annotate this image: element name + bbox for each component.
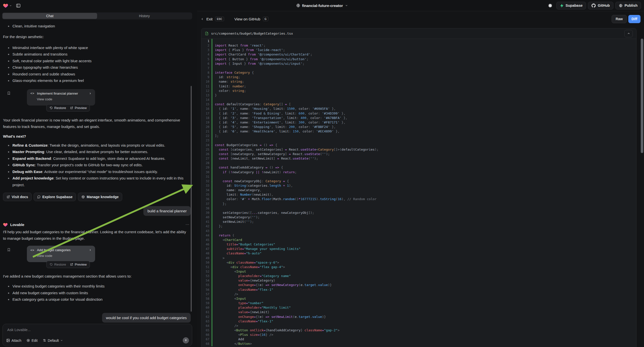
code-line: 59 type="number" bbox=[202, 301, 636, 306]
sidebar-toggle-button[interactable] bbox=[14, 2, 22, 9]
line-number: 37 bbox=[202, 202, 210, 206]
diff-toggle-button[interactable]: Diff bbox=[628, 15, 640, 23]
code-line: 40 setNewCategory(''); bbox=[202, 215, 636, 220]
collapse-file-button[interactable] bbox=[624, 30, 633, 37]
fold-caret-icon[interactable]: ⌄ bbox=[211, 179, 212, 184]
code-line: 29⌄ const handleAddCategory = () => { bbox=[202, 165, 636, 170]
restore-button[interactable]: Restore bbox=[50, 106, 66, 110]
line-number: 8⌄ bbox=[202, 70, 210, 75]
message-menu-button[interactable]: ⋯ bbox=[186, 222, 190, 227]
code-line: 25 const [categories, setCategories] = R… bbox=[202, 147, 636, 152]
target-icon bbox=[26, 338, 30, 342]
line-number: 48 bbox=[202, 251, 210, 256]
publish-button[interactable]: Publish bbox=[615, 2, 641, 10]
code-line: 52 <Input bbox=[202, 269, 636, 274]
file-path-bar[interactable]: src/components/budget/BudgetCategories.t… bbox=[202, 28, 636, 39]
code-line: 51 <div className="flex gap-4"> bbox=[202, 265, 636, 269]
code-line: 3import { Plus } from 'lucide-react'; bbox=[202, 48, 636, 52]
code-view-header: Exit ESC View on GitHub G Raw Diff bbox=[197, 11, 644, 27]
code-line: 14 bbox=[202, 98, 636, 102]
line-number: 56 bbox=[202, 288, 210, 292]
line-number: 20 bbox=[202, 125, 210, 129]
manage-knowledge-button[interactable]: Manage knowledge bbox=[78, 193, 122, 201]
line-number: 46 bbox=[202, 242, 210, 247]
chat-scrollbar[interactable] bbox=[191, 86, 192, 312]
exit-button[interactable]: Exit bbox=[206, 17, 212, 21]
code-line: 6import { Input } from '@/components/ui/… bbox=[202, 62, 636, 66]
github-button[interactable]: GitHub bbox=[588, 2, 613, 10]
attach-button[interactable]: Attach bbox=[6, 338, 22, 342]
bookmark-icon[interactable] bbox=[7, 91, 11, 95]
fold-caret-icon[interactable]: ⌄ bbox=[211, 165, 212, 170]
tool-card-implement-planner[interactable]: <> Implement financial planner View code… bbox=[27, 89, 95, 106]
raw-toggle-button[interactable]: Raw bbox=[612, 15, 627, 23]
code-line: 5import { Button } from '@/components/ui… bbox=[202, 57, 636, 62]
line-number: 39 bbox=[202, 210, 210, 215]
code-line: 26 const [newCategory, setNewCategory] =… bbox=[202, 152, 636, 156]
line-number: 10 bbox=[202, 80, 210, 84]
code-line: 13} bbox=[202, 93, 636, 98]
preview-button[interactable]: Preview bbox=[70, 106, 87, 110]
chevron-down-icon bbox=[345, 4, 348, 7]
line-number: 3 bbox=[202, 48, 210, 52]
supabase-button[interactable]: Supabase bbox=[556, 2, 586, 10]
tool-card-add-budget-categories[interactable]: <> Add budget categories View code Resto… bbox=[27, 246, 95, 262]
lovable-menu[interactable] bbox=[3, 3, 12, 8]
visit-docs-button[interactable]: Visit docs bbox=[3, 193, 32, 201]
view-code-link[interactable]: View code bbox=[37, 254, 92, 258]
model-selector[interactable]: Default bbox=[42, 338, 63, 342]
file-diff-card: src/components/budget/BudgetCategories.t… bbox=[201, 28, 636, 347]
code-line: 8⌄interface Category { bbox=[202, 70, 636, 75]
code-line: 44 return ( bbox=[202, 233, 636, 238]
tool-card-title: Add budget categories bbox=[37, 248, 70, 252]
code-line: 32⌄ const newCategoryObj: Category = { bbox=[202, 179, 636, 184]
settings-button[interactable] bbox=[546, 2, 554, 9]
fold-caret-icon[interactable]: ⌄ bbox=[211, 70, 212, 75]
chat-message-list[interactable]: Clean, intuitive navigation For the desi… bbox=[0, 21, 197, 322]
line-number: 25 bbox=[202, 147, 210, 152]
code-editor[interactable]: 12import React from 'react';3import { Pl… bbox=[202, 39, 636, 347]
fold-caret-icon[interactable]: ⌄ bbox=[211, 143, 212, 147]
package-icon bbox=[82, 195, 85, 199]
code-line: 37 }; bbox=[202, 202, 636, 206]
tab-chat[interactable]: Chat bbox=[2, 13, 97, 19]
line-number: 58 bbox=[202, 296, 210, 301]
view-code-link[interactable]: View code bbox=[37, 97, 92, 101]
external-link-icon bbox=[6, 195, 10, 199]
chat-input[interactable] bbox=[7, 328, 188, 335]
send-button[interactable] bbox=[183, 337, 189, 344]
restore-button[interactable]: Restore bbox=[50, 262, 66, 266]
line-number: 26 bbox=[202, 152, 210, 156]
line-number: 36 bbox=[202, 197, 210, 202]
code-scrollbar[interactable] bbox=[641, 38, 643, 153]
code-line: 64 /> bbox=[202, 324, 636, 328]
code-line: 34 name: newCategory, bbox=[202, 188, 636, 192]
line-number: 67 bbox=[202, 337, 210, 342]
restore-icon bbox=[50, 263, 53, 266]
explore-supabase-button[interactable]: Explore Supabase bbox=[34, 193, 76, 201]
code-line: 15⌄const defaultCategories: Category[] =… bbox=[202, 102, 636, 106]
preview-button[interactable]: Preview bbox=[70, 262, 87, 266]
view-on-github-button[interactable]: View on GitHub bbox=[234, 17, 260, 21]
code-line: 53 placeholder="Category name" bbox=[202, 274, 636, 278]
tab-history[interactable]: History bbox=[97, 13, 192, 19]
code-line: 24⌄const BudgetCategories = () => { bbox=[202, 143, 636, 147]
chat-panel: Chat History Clean, intuitive navigation… bbox=[0, 11, 197, 347]
added-features-list: View existing budget categories with the… bbox=[3, 283, 191, 303]
line-number: 63 bbox=[202, 319, 210, 324]
fold-caret-icon[interactable]: ⌄ bbox=[211, 102, 212, 106]
g-key-badge: G bbox=[263, 17, 268, 21]
assistant-message-added: I've added a new budget categories manag… bbox=[3, 273, 189, 280]
list-item: GitHub Sync: Transfer your project's cod… bbox=[3, 162, 189, 168]
edit-button[interactable]: Edit bbox=[26, 338, 38, 342]
line-number: 17 bbox=[202, 111, 210, 116]
line-number: 45 bbox=[202, 238, 210, 242]
project-switcher[interactable]: financial-future-creator bbox=[296, 4, 348, 8]
bookmark-icon[interactable] bbox=[7, 248, 11, 252]
code-line: 35 limit: Number(newLimit), bbox=[202, 192, 636, 197]
line-number: 24⌄ bbox=[202, 143, 210, 147]
code-line: 31 bbox=[202, 174, 636, 179]
code-icon: <> bbox=[30, 92, 34, 95]
code-line: 12 color: string; bbox=[202, 88, 636, 93]
lovable-logo-icon bbox=[3, 222, 8, 227]
